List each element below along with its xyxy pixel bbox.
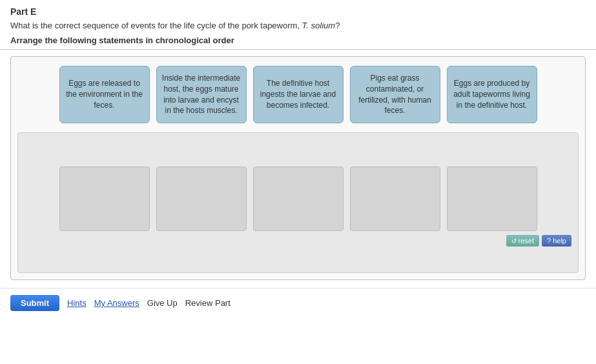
help-label: ? help bbox=[547, 237, 566, 245]
card-definitive-host-text: The definitive host ingests the larvae a… bbox=[259, 78, 338, 110]
card-definitive-host[interactable]: The definitive host ingests the larvae a… bbox=[253, 66, 344, 123]
part-title: Part E bbox=[10, 6, 586, 17]
reset-button[interactable]: ↺ reset bbox=[506, 235, 539, 247]
drop-zones-row bbox=[25, 167, 571, 231]
question-suffix: ? bbox=[335, 21, 340, 30]
drop-zone-3[interactable] bbox=[253, 167, 344, 231]
card-eggs-produced-text: Eggs are produced by adult tapeworms liv… bbox=[453, 78, 531, 110]
card-intermediate-host-text: Inside the intermediate host, the eggs m… bbox=[162, 73, 241, 116]
drop-zone-1[interactable] bbox=[59, 167, 150, 231]
my-answers-link[interactable]: My Answers bbox=[94, 298, 139, 308]
card-eggs-released-text: Eggs are released to the environment in … bbox=[65, 78, 144, 110]
species-name: T. solium bbox=[302, 21, 336, 30]
cards-row: Eggs are released to the environment in … bbox=[17, 66, 579, 123]
submit-button[interactable]: Submit bbox=[10, 295, 59, 311]
drag-area: Eggs are released to the environment in … bbox=[10, 56, 586, 280]
drop-zone-4[interactable] bbox=[350, 167, 440, 231]
page-container: Part E What is the correct sequence of e… bbox=[0, 0, 596, 364]
card-intermediate-host[interactable]: Inside the intermediate host, the eggs m… bbox=[156, 66, 247, 123]
card-eggs-produced[interactable]: Eggs are produced by adult tapeworms liv… bbox=[447, 66, 537, 123]
review-part-text[interactable]: Review Part bbox=[185, 298, 231, 308]
give-up-text[interactable]: Give Up bbox=[147, 298, 178, 308]
card-pigs-eat-text: Pigs eat grass contaminated, or fertiliz… bbox=[356, 73, 435, 116]
reset-icon: ↺ bbox=[511, 238, 517, 245]
drop-zone-2[interactable] bbox=[156, 167, 247, 231]
question-text: What is the correct sequence of events f… bbox=[10, 21, 586, 30]
drop-zone-container: ↺ reset ? help bbox=[17, 132, 579, 273]
card-pigs-eat[interactable]: Pigs eat grass contaminated, or fertiliz… bbox=[350, 66, 440, 123]
main-content: Eggs are released to the environment in … bbox=[0, 50, 596, 287]
help-button[interactable]: ? help bbox=[542, 235, 571, 247]
drop-zone-5[interactable] bbox=[447, 167, 537, 231]
hints-link[interactable]: Hints bbox=[67, 298, 87, 308]
footer-bar: Submit Hints My Answers Give Up Review P… bbox=[0, 288, 596, 318]
arrange-label: Arrange the following statements in chro… bbox=[10, 35, 586, 45]
bottom-controls: ↺ reset ? help bbox=[25, 235, 571, 247]
part-header: Part E What is the correct sequence of e… bbox=[0, 0, 596, 50]
question-prefix: What is the correct sequence of events f… bbox=[10, 21, 302, 30]
card-eggs-released[interactable]: Eggs are released to the environment in … bbox=[59, 66, 150, 123]
reset-label: reset bbox=[519, 237, 534, 245]
